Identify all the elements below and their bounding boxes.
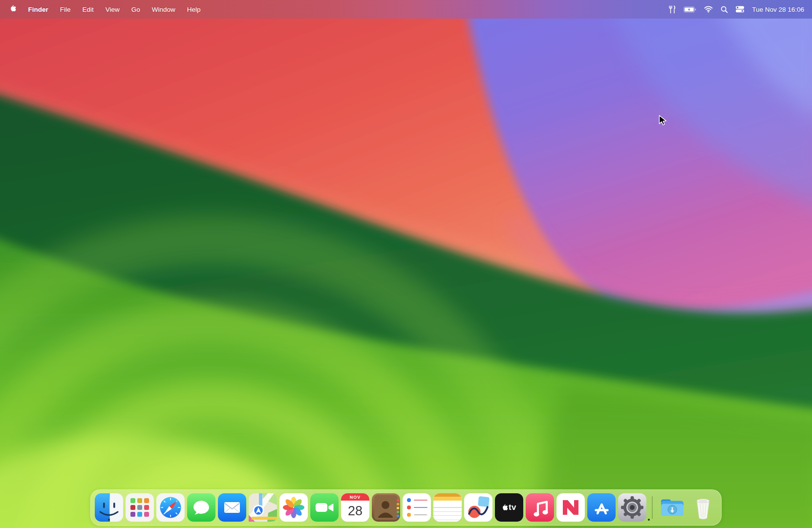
trash-icon: [689, 493, 717, 522]
apple-menu[interactable]: [10, 5, 17, 14]
dock-notes[interactable]: [433, 493, 462, 522]
menu-item-view[interactable]: View: [106, 6, 120, 13]
dock-downloads[interactable]: [658, 493, 686, 522]
calendar-day: 28: [341, 501, 369, 522]
menu-bar-clock[interactable]: Tue Nov 28 16:06: [752, 6, 804, 13]
dock-finder[interactable]: [95, 493, 123, 522]
dock-trash[interactable]: [689, 493, 717, 522]
dock-messages[interactable]: [187, 493, 215, 522]
dock-photos[interactable]: [279, 493, 308, 522]
dock-freeform[interactable]: [464, 493, 492, 522]
menu-item-help[interactable]: Help: [187, 6, 201, 13]
dock-news[interactable]: [556, 493, 585, 522]
dock-launchpad[interactable]: [126, 493, 154, 522]
utilities-icon[interactable]: [668, 5, 676, 14]
messages-icon: [187, 493, 215, 522]
battery-charging-icon[interactable]: [684, 6, 696, 13]
safari-icon: [156, 493, 185, 522]
menu-item-edit[interactable]: Edit: [83, 6, 94, 13]
dock-contacts[interactable]: [372, 493, 400, 522]
apple-icon: [10, 5, 17, 13]
dock-facetime[interactable]: [310, 493, 339, 522]
dock-calendar[interactable]: NOV 28: [341, 493, 369, 522]
menu-bar: Finder File Edit View Go Window Help: [0, 0, 812, 19]
control-center-icon[interactable]: [736, 6, 744, 13]
tv-label: tv: [509, 503, 516, 512]
facetime-icon: [310, 493, 339, 522]
news-icon: [556, 493, 585, 522]
system-settings-icon: [618, 493, 646, 522]
wallpaper-sonoma: [0, 0, 812, 528]
menu-item-window[interactable]: Window: [152, 6, 175, 13]
dock-divider: [649, 493, 656, 522]
notes-icon: [433, 493, 462, 522]
mail-icon: [218, 493, 246, 522]
dock-music[interactable]: [526, 493, 554, 522]
desktop: Finder File Edit View Go Window Help: [0, 0, 812, 528]
dock-tv[interactable]: tv: [495, 493, 523, 522]
freeform-icon: [464, 493, 492, 522]
calendar-icon: NOV 28: [341, 493, 369, 522]
finder-icon: [95, 493, 123, 522]
status-menu: Tue Nov 28 16:06: [668, 5, 804, 14]
launchpad-icon: [126, 493, 154, 522]
music-icon: [526, 493, 554, 522]
dock: NOV 28: [90, 489, 722, 526]
tv-icon: tv: [495, 493, 523, 522]
dock-safari[interactable]: [156, 493, 185, 522]
dock-system-settings[interactable]: [618, 493, 646, 522]
app-menu: Finder File Edit View Go Window Help: [10, 5, 201, 14]
wifi-icon[interactable]: [704, 6, 713, 13]
dock-maps[interactable]: [249, 493, 277, 522]
apple-icon: [502, 504, 508, 511]
maps-icon: [249, 493, 277, 522]
app-store-icon: [587, 493, 616, 522]
contacts-icon: [372, 493, 400, 522]
downloads-folder-icon: [658, 493, 686, 522]
photos-icon: [279, 493, 308, 522]
menu-item-go[interactable]: Go: [131, 6, 140, 13]
dock-reminders[interactable]: [403, 493, 431, 522]
menu-item-finder[interactable]: Finder: [28, 6, 48, 13]
dock-app-store[interactable]: [587, 493, 616, 522]
menu-item-file[interactable]: File: [60, 6, 71, 13]
spotlight-icon[interactable]: [721, 6, 728, 13]
reminders-icon: [403, 493, 431, 522]
calendar-month: NOV: [341, 493, 369, 501]
running-indicator: [108, 519, 110, 521]
dock-mail[interactable]: [218, 493, 246, 522]
